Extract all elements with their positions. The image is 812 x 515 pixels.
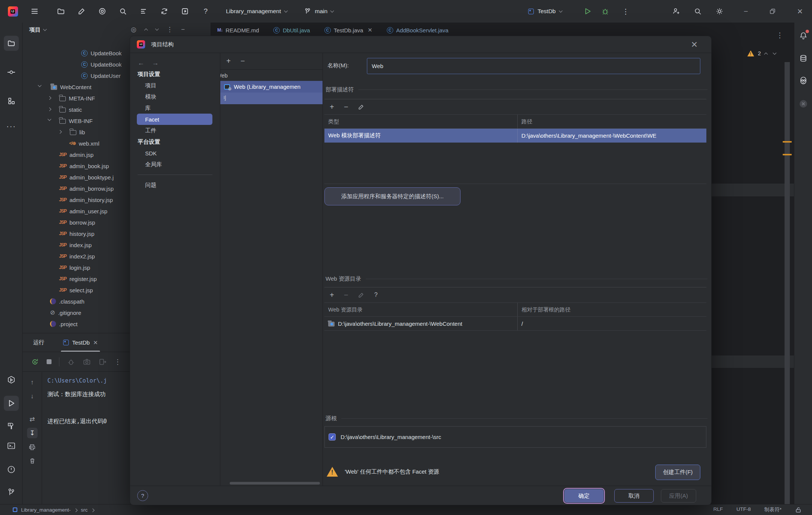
soft-wrap-icon[interactable]: ⇄ <box>27 414 38 424</box>
clear-console-icon[interactable] <box>27 456 38 466</box>
more-actions-icon[interactable]: ⋮ <box>618 4 633 19</box>
add-resource-icon[interactable]: + <box>330 291 334 299</box>
locate-file-icon[interactable]: ◎ <box>131 26 136 33</box>
rerun-button[interactable] <box>31 358 39 366</box>
deploy-descriptor-row[interactable]: Web 模块部署描述符 D:\java\others\Library_manag… <box>324 129 706 143</box>
close-tab-icon[interactable]: ✕ <box>93 339 98 346</box>
scroll-to-end-icon[interactable]: ↧ <box>27 428 38 438</box>
nav-item-SDK[interactable]: SDK <box>130 147 220 159</box>
resource-help-icon[interactable]: ? <box>374 292 377 298</box>
tree-chevron-icon[interactable] <box>48 96 52 100</box>
help-icon[interactable]: ? <box>198 4 213 19</box>
edit-descriptor-icon[interactable] <box>358 104 364 110</box>
editor-tab[interactable]: CTestDb.java✕ <box>320 23 377 38</box>
run-tool-button[interactable] <box>4 396 19 411</box>
more-tools-button[interactable]: ··· <box>4 118 19 134</box>
source-root-checkbox[interactable]: ✓ <box>329 433 336 441</box>
remove-facet-icon[interactable]: − <box>241 57 245 65</box>
create-artifact-button[interactable]: 创建工件(F) <box>655 465 700 480</box>
warning-stripe-mark[interactable] <box>783 154 792 155</box>
debug-button[interactable] <box>598 4 613 19</box>
nav-back-icon[interactable]: ← <box>138 59 144 67</box>
collapse-all-icon[interactable] <box>155 27 159 31</box>
status-item[interactable]: RLF <box>713 506 723 513</box>
apply-button[interactable]: 应用(A) <box>661 489 696 503</box>
next-warning-icon[interactable] <box>773 51 777 55</box>
prev-warning-icon[interactable] <box>764 53 768 56</box>
horizontal-scrollbar-thumb[interactable] <box>230 482 320 485</box>
dialog-help-icon[interactable]: ? <box>137 490 148 501</box>
nav-forward-icon[interactable]: → <box>152 59 159 67</box>
column-type[interactable]: 类型 <box>324 118 517 125</box>
unlock-icon[interactable] <box>795 507 801 513</box>
hide-panel-icon[interactable]: − <box>181 26 185 33</box>
remove-descriptor-icon[interactable]: − <box>344 103 348 111</box>
editor-more-icon[interactable]: ⋮ <box>776 31 784 39</box>
nav-item-项目[interactable]: 项目 <box>130 80 220 91</box>
edit-icon[interactable] <box>74 4 89 19</box>
dialog-title-bar[interactable]: IJ 项目结构 <box>130 36 711 53</box>
facet-list-item-selected[interactable]: Web (Library_managemen <box>220 81 323 93</box>
plugin-x-icon[interactable] <box>797 97 810 111</box>
prev-occurrence-icon[interactable]: ↑ <box>27 377 38 388</box>
branch-selector[interactable]: main <box>304 8 333 15</box>
tree-chevron-icon[interactable] <box>48 108 52 111</box>
settings-gear-icon[interactable] <box>712 4 727 19</box>
editor-tab[interactable]: CDbUtil.java <box>269 23 315 38</box>
panel-options-icon[interactable]: ⋮ <box>167 26 173 33</box>
notifications-bell-icon[interactable] <box>797 29 810 43</box>
column-relative-path[interactable]: 相对于部署根的路径 <box>517 303 706 316</box>
tree-chevron-icon[interactable] <box>38 84 42 87</box>
add-descriptor-icon[interactable]: + <box>330 103 334 111</box>
build-tool-button[interactable] <box>4 418 19 433</box>
hamburger-menu-icon[interactable] <box>27 4 42 19</box>
tree-chevron-icon[interactable] <box>48 117 52 121</box>
window-restore-button[interactable] <box>765 4 780 19</box>
add-app-server-descriptor-button[interactable]: 添加应用程序和服务器特定的描述符(S)... <box>324 187 461 205</box>
ai-assistant-tool-button[interactable] <box>797 74 810 88</box>
project-tool-button[interactable] <box>4 36 19 51</box>
problems-tool-button[interactable] <box>4 462 19 477</box>
add-facet-icon[interactable]: + <box>226 57 231 65</box>
web-resource-row[interactable]: D:\java\others\Library_management-\WebCo… <box>324 317 706 331</box>
dialog-close-icon[interactable]: ✕ <box>689 40 699 50</box>
project-selector[interactable]: Library_management <box>226 8 287 15</box>
window-close-button[interactable]: ✕ <box>792 4 807 19</box>
breadcrumb[interactable]: Library_management- src <box>13 507 94 513</box>
git-tool-button[interactable] <box>4 485 19 500</box>
column-resource-dir[interactable]: Web 资源目录 <box>324 306 517 313</box>
structure-tool-button[interactable] <box>4 93 19 108</box>
record-icon[interactable] <box>95 4 110 19</box>
run-button[interactable] <box>580 4 595 19</box>
close-tab-icon[interactable]: ✕ <box>368 27 373 33</box>
lines-menu-icon[interactable] <box>136 4 151 19</box>
print-icon[interactable] <box>27 442 38 452</box>
warning-stripe-mark[interactable] <box>783 141 792 143</box>
ok-button[interactable]: 确定 <box>564 489 604 503</box>
stop-button[interactable] <box>47 359 52 364</box>
nav-item-库[interactable]: 库 <box>130 102 220 114</box>
window-minimize-button[interactable]: − <box>738 4 753 19</box>
nav-item-工件[interactable]: 工件 <box>130 125 220 136</box>
terminal-tool-button[interactable] <box>4 438 19 453</box>
nav-item-Facet[interactable]: Facet <box>137 114 212 125</box>
sync-icon[interactable] <box>157 4 172 19</box>
status-item[interactable]: UTF-8 <box>736 506 751 513</box>
editor-tab[interactable]: M↓README.md <box>213 23 264 38</box>
code-with-me-icon[interactable] <box>668 4 683 19</box>
project-view-chevron-icon[interactable] <box>43 27 47 31</box>
search-icon[interactable] <box>690 4 705 19</box>
run-more-options-icon[interactable]: ⋮ <box>114 358 121 366</box>
run-config-selector[interactable]: TestDb <box>528 8 562 15</box>
search-everywhere-icon[interactable] <box>115 4 130 19</box>
run-tab-testdb[interactable]: TestDb ✕ <box>61 333 100 352</box>
database-tool-button[interactable] <box>797 52 810 65</box>
facet-list-item-partial[interactable]: 刂 <box>220 93 323 104</box>
project-widget-icon[interactable] <box>53 4 68 19</box>
expand-all-icon[interactable] <box>144 29 148 32</box>
run-anything-icon[interactable] <box>177 4 192 19</box>
column-path[interactable]: 路径 <box>517 115 706 128</box>
tree-chevron-icon[interactable] <box>58 130 62 134</box>
next-occurrence-icon[interactable]: ↓ <box>27 391 38 402</box>
source-root-row[interactable]: ✓ D:\java\others\Library_management-\src <box>324 426 706 448</box>
